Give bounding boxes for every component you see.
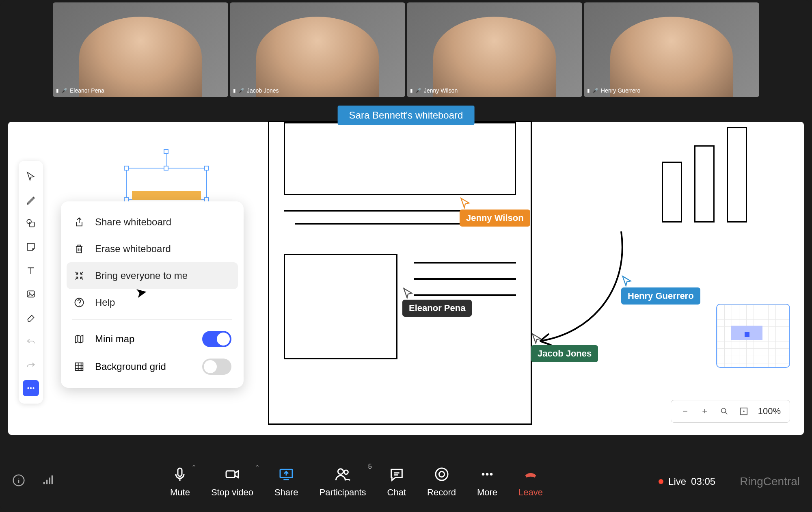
- svg-point-5: [30, 387, 32, 389]
- more-icon: [479, 465, 495, 483]
- avatar-placeholder: [433, 17, 556, 97]
- video-tile[interactable]: ▮ 🎤 Jenny Wilson: [407, 2, 582, 97]
- mic-icon: 🎤: [592, 88, 598, 93]
- participants-count: 5: [368, 463, 372, 470]
- share-whiteboard-item[interactable]: Share whiteboard: [67, 209, 238, 235]
- zoom-reset-button[interactable]: [719, 407, 730, 416]
- whiteboard-toolbar: [19, 161, 43, 404]
- text-tool[interactable]: [23, 262, 39, 279]
- video-caption: ▮ 🎤 Jacob Jones: [233, 87, 279, 94]
- mini-map-row: Mini map: [67, 325, 238, 353]
- svg-point-3: [29, 292, 30, 294]
- sticky-note-tool[interactable]: [23, 239, 39, 255]
- svg-point-4: [27, 387, 29, 389]
- chat-icon: [389, 465, 405, 483]
- record-button[interactable]: Record: [427, 465, 456, 498]
- mic-icon: 🎤: [61, 88, 67, 93]
- sketch-bar: [694, 145, 715, 223]
- svg-point-10: [743, 410, 745, 412]
- menu-item-label: Bring everyone to me: [95, 270, 188, 281]
- image-tool[interactable]: [23, 286, 39, 302]
- sketch-image-placeholder: [284, 122, 516, 195]
- control-label: Leave: [518, 487, 543, 498]
- svg-rect-0: [30, 222, 35, 227]
- redo-button[interactable]: [23, 356, 39, 373]
- zoom-controls: − + 100%: [671, 400, 790, 423]
- control-label: Stop video: [211, 487, 253, 498]
- mute-button[interactable]: ⌃ Mute: [170, 465, 190, 498]
- share-button[interactable]: Share: [274, 465, 298, 498]
- live-indicator: Live 03:05: [659, 476, 715, 487]
- map-icon: [73, 333, 85, 345]
- participants-button[interactable]: 5 Participants: [320, 465, 366, 498]
- live-dot-icon: [659, 479, 663, 484]
- shape-tool[interactable]: [23, 215, 39, 231]
- cursor-name-tag: Jenny Wilson: [460, 210, 530, 227]
- pencil-tool[interactable]: [23, 192, 39, 208]
- control-label: Mute: [170, 487, 190, 498]
- zoom-out-button[interactable]: −: [680, 406, 691, 417]
- separator: [72, 319, 232, 320]
- video-tile[interactable]: ▮ 🎤 Eleanor Pena: [53, 2, 228, 97]
- bring-everyone-item[interactable]: Bring everyone to me: [67, 262, 238, 289]
- live-time: 03:05: [691, 476, 715, 487]
- svg-point-15: [338, 469, 343, 474]
- participant-cursor: Jenny Wilson: [460, 197, 530, 227]
- avatar-placeholder: [256, 17, 379, 97]
- more-button[interactable]: More: [477, 465, 497, 498]
- video-strip: ▮ 🎤 Eleanor Pena ▮ 🎤 Jacob Jones ▮ 🎤 Jen…: [0, 0, 812, 99]
- trash-icon: [73, 243, 85, 255]
- background-grid-row: Background grid: [67, 353, 238, 380]
- select-tool[interactable]: [23, 168, 39, 184]
- sketch-bar-chart: [662, 129, 751, 223]
- eraser-tool[interactable]: [23, 309, 39, 326]
- mini-map[interactable]: [716, 304, 790, 368]
- help-item[interactable]: Help: [67, 289, 238, 316]
- stop-video-button[interactable]: ⌃ Stop video: [211, 465, 253, 498]
- video-tile[interactable]: ▮ 🎤 Henry Guerrero: [584, 2, 759, 97]
- chevron-up-icon[interactable]: ⌃: [255, 464, 260, 471]
- svg-rect-13: [226, 471, 235, 478]
- svg-point-17: [436, 468, 448, 480]
- participants-icon: [335, 465, 351, 483]
- control-label: Record: [427, 487, 456, 498]
- signal-icon: ▮: [56, 88, 59, 93]
- svg-point-21: [490, 473, 493, 476]
- participant-cursor: Eleanor Pena: [402, 287, 472, 317]
- svg-rect-12: [178, 468, 182, 476]
- chevron-up-icon[interactable]: ⌃: [191, 464, 197, 471]
- video-icon: [224, 465, 240, 483]
- more-tools-button[interactable]: [23, 380, 39, 396]
- sketch-line: [414, 278, 516, 280]
- whiteboard-canvas[interactable]: Jenny Wilson Eleanor Pena Jacob Jones He…: [8, 122, 804, 435]
- menu-item-label: Erase whiteboard: [95, 243, 171, 255]
- cursor-icon: [460, 197, 471, 209]
- info-icon[interactable]: [12, 474, 25, 490]
- video-tile[interactable]: ▮ 🎤 Jacob Jones: [230, 2, 405, 97]
- chat-button[interactable]: Chat: [387, 465, 406, 498]
- meeting-control-bar: ⌃ Mute ⌃ Stop video Share 5 Participants…: [0, 451, 812, 512]
- signal-icon: ▮: [233, 88, 236, 93]
- svg-point-16: [344, 470, 348, 474]
- erase-whiteboard-item[interactable]: Erase whiteboard: [67, 235, 238, 262]
- shape-rectangle-yellow[interactable]: [132, 191, 201, 200]
- gather-icon: [73, 270, 85, 282]
- sketch-document: [268, 121, 532, 425]
- zoom-fit-button[interactable]: [739, 407, 749, 416]
- undo-button[interactable]: [23, 333, 39, 349]
- hangup-icon: [523, 465, 539, 483]
- signal-icon[interactable]: [41, 474, 54, 490]
- background-grid-toggle[interactable]: [202, 359, 231, 375]
- participant-cursor: Henry Guerrero: [621, 275, 700, 305]
- mic-icon: 🎤: [415, 88, 421, 93]
- leave-button[interactable]: Leave: [518, 465, 543, 498]
- mini-map-toggle[interactable]: [202, 331, 231, 347]
- menu-item-label: Help: [95, 297, 115, 308]
- cursor-name-tag: Eleanor Pena: [402, 300, 472, 317]
- cursor-icon: [531, 333, 542, 344]
- participant-name: Jenny Wilson: [424, 87, 458, 94]
- zoom-in-button[interactable]: +: [700, 406, 710, 417]
- mic-icon: 🎤: [238, 88, 244, 93]
- video-caption: ▮ 🎤 Jenny Wilson: [410, 87, 458, 94]
- grid-icon: [73, 361, 85, 373]
